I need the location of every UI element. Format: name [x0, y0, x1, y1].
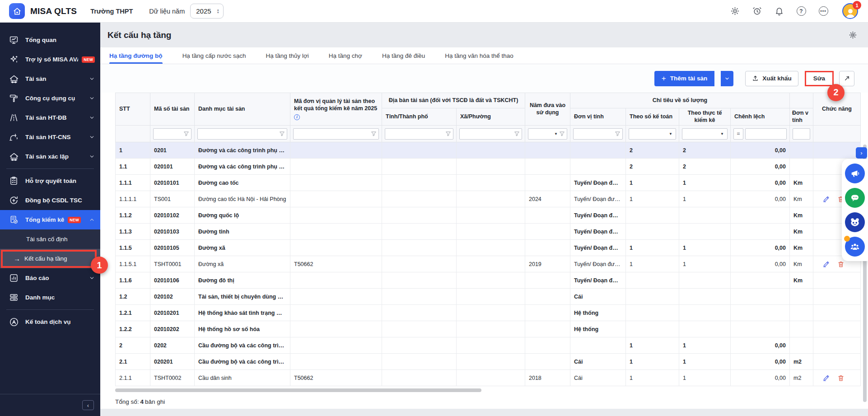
tab-ha-tang-duong-bo[interactable]: Hạ tầng đường bộ [109, 47, 163, 64]
sidebar-item-ket-cau-ha-tang[interactable]: →Kết cấu hạ tầng1 [0, 249, 100, 268]
expand-fullscreen-button[interactable] [839, 71, 854, 86]
filter-input-actual[interactable] [685, 131, 719, 137]
chat-bubble-icon[interactable] [845, 188, 865, 208]
table-row[interactable]: 1.2.102010201Hệ thống khảo sát tình trạn… [116, 305, 861, 321]
add-asset-button[interactable]: + Thêm tài sản [654, 71, 714, 86]
sidebar-item-dong-bo-csdl-tsc[interactable]: Đồng bộ CSDL TSC [0, 191, 100, 210]
filter-funnel-icon[interactable] [183, 131, 189, 137]
help-icon[interactable]: ? [796, 6, 806, 16]
tab-ha-tang-van-hoa-the-thao[interactable]: Hạ tầng văn hóa thể thao [445, 47, 513, 64]
sidebar-item-tai-san-co-dinh[interactable]: Tài sản cố định [0, 229, 100, 249]
table-row[interactable]: 1.1.602010106Đường đô thịTuyến/ Đoạn đườ… [116, 272, 861, 289]
col-header-category[interactable]: Danh mục tài sản [195, 93, 290, 126]
app-logo-icon[interactable] [9, 3, 25, 19]
sidebar-item-bao-cao[interactable]: Báo cáo [0, 268, 100, 288]
history-clock-icon[interactable] [752, 6, 762, 16]
sidebar-item-tro-ly-so-misa-ava[interactable]: Trợ lý số MISA AVANEW [0, 50, 100, 69]
tab-ha-tang-de-dieu[interactable]: Hạ tầng đê điều [382, 47, 425, 64]
add-asset-dropdown-button[interactable] [721, 71, 733, 86]
filter-input-code[interactable] [156, 131, 183, 137]
info-icon[interactable]: i [294, 114, 300, 120]
table-row[interactable]: 1.1.1.1TS001Đường cao tốc Hà Nội - Hải P… [116, 191, 861, 207]
cell-diff: 0,00 [731, 370, 790, 386]
export-button[interactable]: Xuất khẩu [745, 71, 798, 86]
filter-input-name[interactable] [201, 131, 279, 137]
col-header-asset-code[interactable]: Mã số tài sản [150, 93, 195, 126]
col-header-diff[interactable]: Chênh lệch [731, 108, 790, 126]
more-options-icon[interactable]: ••• [818, 6, 828, 16]
community-icon[interactable] [845, 237, 865, 257]
tab-ha-tang-thuy-loi[interactable]: Hạ tầng thủy lợi [266, 47, 309, 64]
sidebar-item-ke-toan-dich-vu[interactable]: Kế toán dịch vụ [0, 312, 100, 332]
filter-caret-icon[interactable]: ▼ [554, 132, 558, 136]
table-settings-gear-icon[interactable] [849, 31, 857, 39]
equals-operator[interactable]: = [733, 128, 743, 140]
table-row[interactable]: 1.2020102Tài sản, thiết bị chuyên dùng p… [116, 289, 861, 305]
filter-funnel-icon[interactable] [514, 131, 520, 137]
col-header-book[interactable]: Theo sổ kế toán [626, 108, 679, 126]
sidebar-item-tai-san-xac-lap[interactable]: Tài sản xác lập [0, 147, 100, 166]
filter-funnel-icon[interactable] [615, 131, 621, 137]
sidebar-item-ho-tro-quyet-toan[interactable]: Hỗ trợ quyết toán [0, 171, 100, 191]
table-row[interactable]: 1.1.302010103Đường tỉnhTuyến/ Đoạn đường… [116, 224, 861, 240]
tab-ha-tang-cho[interactable]: Hạ tầng chợ [329, 47, 362, 64]
panda-bot-icon[interactable] [845, 212, 865, 232]
filter-input-unit_code[interactable] [296, 131, 371, 137]
table-row[interactable]: 1.1.502010105Đường xãTuyến/ Đoạn đường11… [116, 240, 861, 256]
sidebar-item-cong-cu-dung-cu[interactable]: Công cụ dụng cụ [0, 89, 100, 108]
col-header-stt[interactable]: STT [116, 93, 150, 126]
table-row[interactable]: 2.1020201Cầu đường bộ và các công trình … [116, 354, 861, 370]
table-row[interactable]: 1.1.102010101Đường cao tốcTuyến/ Đoạn đư… [116, 175, 861, 191]
sidebar-item-tong-kiem-ke[interactable]: Tổng kiểm kêNEW [0, 210, 100, 229]
edit-row-button[interactable] [822, 195, 830, 203]
sidebar-collapse-button[interactable]: ‹ [82, 400, 94, 410]
table-row[interactable]: 1.1.202010102Đường quốc lộTuyến/ Đoạn đư… [116, 207, 861, 224]
edit-row-button[interactable] [822, 374, 830, 382]
filter-input-year[interactable] [531, 131, 553, 137]
notifications-bell-icon[interactable] [774, 6, 784, 16]
delete-row-button[interactable] [837, 261, 845, 268]
filter-caret-icon[interactable]: ▼ [669, 132, 672, 136]
col-header-unit-code[interactable]: Mã đơn vị quản lý tài sản theo kết quả t… [290, 93, 382, 126]
sidebar-item-tai-san[interactable]: Tài sản [0, 69, 100, 89]
filter-funnel-icon[interactable] [371, 131, 377, 137]
table-row[interactable]: 10201Đường và các công trình phụ trợ gắn… [116, 142, 861, 159]
year-spinner[interactable]: ▲▼ [190, 4, 224, 19]
col-header-province[interactable]: Tỉnh/Thành phố [382, 108, 457, 126]
sidebar-item-tong-quan[interactable]: Tổng quan [0, 30, 100, 50]
year-input[interactable] [196, 7, 214, 15]
table-row[interactable]: 2.1.1TSHT0002Cầu dân sinhT506622018Cái11… [116, 370, 861, 386]
col-header-ward[interactable]: Xã/Phường [457, 108, 525, 126]
filter-input-diff[interactable] [748, 131, 784, 137]
col-header-unit[interactable]: Đơn vị tính [570, 108, 626, 126]
filter-input-ward[interactable] [462, 131, 514, 137]
horizontal-scrollbar[interactable] [115, 388, 481, 392]
megaphone-icon[interactable] [845, 164, 865, 183]
col-header-year[interactable]: Năm đưa vào sử dụng [525, 93, 570, 126]
widget-panel-collapse-icon[interactable]: › [856, 147, 867, 159]
edit-row-button[interactable] [822, 260, 830, 268]
cell-unit: Cái [570, 289, 626, 305]
edit-button[interactable]: Sửa [807, 73, 832, 84]
filter-caret-icon[interactable]: ▼ [720, 132, 724, 136]
sidebar-item-tai-san-ht-db[interactable]: Tài sản HT-ĐB [0, 108, 100, 127]
col-header-actual[interactable]: Theo thực tế kiểm kê [679, 108, 731, 126]
filter-input-book[interactable] [632, 131, 667, 137]
delete-row-button[interactable] [837, 374, 845, 382]
filter-input-unit2[interactable] [796, 131, 808, 137]
sidebar-item-tai-san-ht-cns[interactable]: Tài sản HT-CNS [0, 127, 100, 147]
table-row[interactable]: 1.2.202010202Hệ thống hồ sơ số hóaHệ thố… [116, 321, 861, 337]
filter-funnel-icon[interactable] [445, 131, 451, 137]
tab-ha-tang-cap-nuoc-sach[interactable]: Hạ tầng cấp nước sạch [182, 47, 246, 64]
table-row[interactable]: 1.1020101Đường và các công trình phụ trợ… [116, 159, 861, 175]
filter-input-province[interactable] [388, 131, 445, 137]
spinner-arrows-icon[interactable]: ▲▼ [216, 9, 219, 14]
settings-gear-icon[interactable] [730, 6, 740, 16]
table-row[interactable]: 1.1.5.1TSHT0001Đường xãT506622019Tuyến/ … [116, 256, 861, 272]
sidebar-item-danh-muc[interactable]: Danh mục [0, 288, 100, 307]
table-row[interactable]: 20202Cầu đường bộ và các công trình phụ … [116, 337, 861, 354]
filter-funnel-icon[interactable] [279, 131, 285, 137]
filter-input-unit[interactable] [576, 131, 615, 137]
filter-funnel-icon[interactable] [559, 131, 565, 137]
col-header-unit2[interactable]: Đơn v tính [790, 108, 813, 126]
